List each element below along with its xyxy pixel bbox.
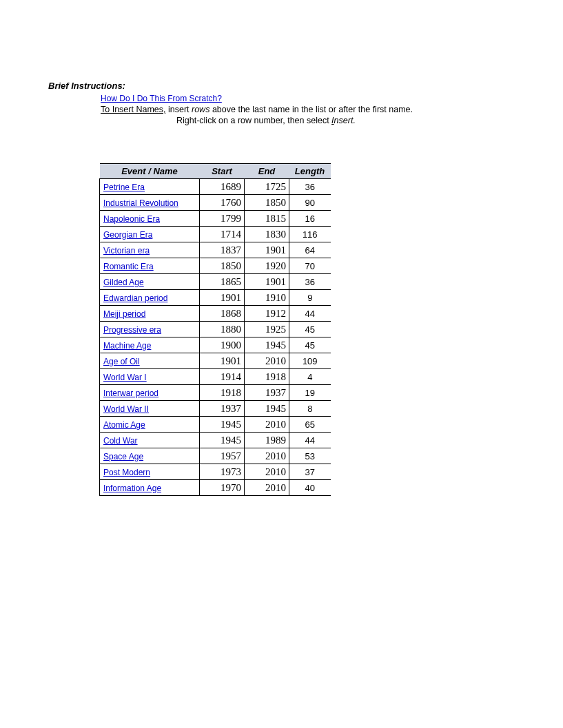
start-cell: 1914: [200, 369, 245, 385]
event-link[interactable]: Space Age: [103, 452, 143, 461]
event-link[interactable]: World War II: [103, 404, 149, 414]
instr1-rest: above the last name in the list or after…: [209, 105, 413, 114]
instr1-mid: insert: [165, 105, 192, 114]
end-cell: 2010: [245, 464, 289, 480]
start-cell: 1865: [200, 274, 245, 290]
page-content: Brief Instructions: How Do I Do This Fro…: [0, 0, 563, 496]
event-name-cell: Post Modern: [100, 464, 200, 480]
event-link[interactable]: Atomic Age: [103, 420, 145, 430]
event-link[interactable]: Age of Oil: [103, 357, 140, 366]
start-cell: 1837: [200, 242, 245, 258]
start-cell: 1850: [200, 258, 245, 274]
event-name-cell: World War II: [100, 401, 200, 417]
event-link[interactable]: Edwardian period: [103, 293, 167, 303]
start-cell: 1714: [200, 227, 245, 242]
table-row: Industrial Revolution1760185090: [100, 195, 331, 211]
event-name-cell: Progressive era: [100, 322, 200, 337]
table-row: Victorian era1837190164: [100, 242, 331, 258]
event-name-cell: Napoleonic Era: [100, 211, 200, 227]
event-link[interactable]: Cold War: [103, 436, 138, 446]
event-link[interactable]: Victorian era: [103, 246, 150, 256]
instruction-insert-names: To Insert Names, insert rows above the l…: [48, 105, 563, 114]
event-name-cell: Georgian Era: [100, 227, 200, 242]
end-cell: 1918: [245, 369, 289, 385]
event-link[interactable]: Post Modern: [103, 468, 150, 477]
events-table: Event / Name Start End Length Petrine Er…: [99, 163, 331, 496]
table-row: Progressive era1880192545: [100, 322, 331, 337]
col-header-event: Event / Name: [100, 164, 200, 179]
table-row: Gilded Age1865190136: [100, 274, 331, 290]
event-name-cell: Gilded Age: [100, 274, 200, 290]
end-cell: 2010: [245, 480, 289, 496]
start-cell: 1970: [200, 480, 245, 496]
event-name-cell: Edwardian period: [100, 290, 200, 306]
start-cell: 1760: [200, 195, 245, 211]
event-name-cell: Space Age: [100, 448, 200, 464]
event-link[interactable]: Progressive era: [103, 325, 161, 335]
start-cell: 1901: [200, 353, 245, 369]
table-row: Information Age1970201040: [100, 480, 331, 496]
table-row: World War I191419184: [100, 369, 331, 385]
end-cell: 1901: [245, 242, 289, 258]
event-link[interactable]: World War I: [103, 373, 147, 382]
length-cell: 44: [289, 433, 331, 448]
end-cell: 1920: [245, 258, 289, 274]
length-cell: 36: [289, 179, 331, 195]
start-cell: 1901: [200, 290, 245, 306]
start-cell: 1880: [200, 322, 245, 337]
end-cell: 2010: [245, 448, 289, 464]
table-row: Meiji period1868191244: [100, 306, 331, 322]
end-cell: 1850: [245, 195, 289, 211]
length-cell: 9: [289, 290, 331, 306]
event-name-cell: Machine Age: [100, 337, 200, 353]
instr2-pre: Right-click on a row number, then select: [176, 116, 331, 125]
end-cell: 1945: [245, 337, 289, 353]
end-cell: 1912: [245, 306, 289, 322]
start-cell: 1689: [200, 179, 245, 195]
table-row: Atomic Age1945201065: [100, 417, 331, 433]
table-body: Petrine Era1689172536Industrial Revoluti…: [100, 179, 331, 496]
instruction-right-click: Right-click on a row number, then select…: [48, 116, 563, 125]
length-cell: 70: [289, 258, 331, 274]
start-cell: 1799: [200, 211, 245, 227]
col-header-start: Start: [200, 164, 245, 179]
end-cell: 1815: [245, 211, 289, 227]
event-link[interactable]: Information Age: [103, 483, 161, 493]
event-link[interactable]: Interwar period: [103, 388, 158, 398]
end-cell: 2010: [245, 417, 289, 433]
end-cell: 1989: [245, 433, 289, 448]
table-row: Edwardian period190119109: [100, 290, 331, 306]
table-row: Georgian Era17141830116: [100, 227, 331, 242]
length-cell: 37: [289, 464, 331, 480]
how-do-i-link[interactable]: How Do I Do This From Scratch?: [101, 94, 222, 103]
table-row: Romantic Era1850192070: [100, 258, 331, 274]
event-link[interactable]: Meiji period: [103, 309, 145, 319]
start-cell: 1937: [200, 401, 245, 417]
event-link[interactable]: Gilded Age: [103, 278, 144, 287]
length-cell: 36: [289, 274, 331, 290]
event-name-cell: Interwar period: [100, 385, 200, 401]
event-link[interactable]: Petrine Era: [103, 183, 145, 192]
table-row: Machine Age1900194545: [100, 337, 331, 353]
event-link[interactable]: Machine Age: [103, 341, 151, 351]
event-name-cell: Romantic Era: [100, 258, 200, 274]
event-link[interactable]: Romantic Era: [103, 262, 154, 271]
events-table-wrap: Event / Name Start End Length Petrine Er…: [99, 163, 563, 496]
length-cell: 45: [289, 322, 331, 337]
instr2-insert-rest: nsert.: [334, 116, 356, 125]
event-link[interactable]: Georgian Era: [103, 230, 152, 240]
event-link[interactable]: Industrial Revolution: [103, 198, 178, 208]
table-row: Age of Oil19012010109: [100, 353, 331, 369]
event-name-cell: Age of Oil: [100, 353, 200, 369]
event-name-cell: Petrine Era: [100, 179, 200, 195]
length-cell: 4: [289, 369, 331, 385]
end-cell: 1910: [245, 290, 289, 306]
length-cell: 90: [289, 195, 331, 211]
table-row: Napoleonic Era1799181516: [100, 211, 331, 227]
event-name-cell: World War I: [100, 369, 200, 385]
event-link[interactable]: Napoleonic Era: [103, 214, 160, 224]
length-cell: 19: [289, 385, 331, 401]
section-heading: Brief Instructions:: [48, 81, 563, 91]
table-header-row: Event / Name Start End Length: [100, 164, 331, 179]
start-cell: 1945: [200, 433, 245, 448]
